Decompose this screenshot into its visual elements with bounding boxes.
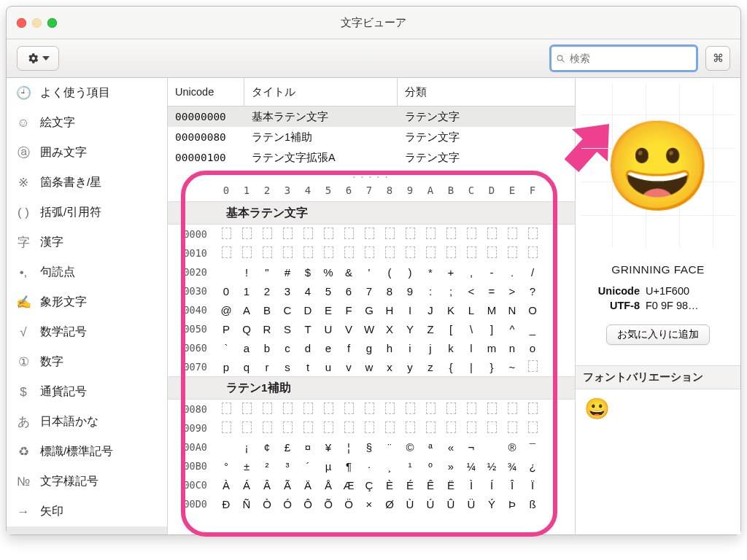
char-cell[interactable]: ­ bbox=[481, 441, 502, 454]
character-grid[interactable]: • • • • •0123456789ABCDEF基本ラテン文字00000010… bbox=[168, 174, 575, 513]
char-cell[interactable]: Û bbox=[441, 498, 461, 510]
char-cell[interactable] bbox=[441, 246, 461, 260]
char-cell[interactable]: ¾ bbox=[502, 460, 522, 472]
font-variation-glyph[interactable]: 😀 bbox=[576, 389, 740, 428]
char-cell[interactable]: ` bbox=[216, 342, 236, 354]
sidebar-item-8[interactable]: √数学記号 bbox=[7, 317, 167, 347]
char-cell[interactable] bbox=[338, 402, 359, 416]
char-cell[interactable] bbox=[420, 246, 441, 260]
char-cell[interactable]: Ú bbox=[420, 498, 441, 510]
char-cell[interactable]: 2 bbox=[257, 285, 277, 298]
char-cell[interactable]: f bbox=[338, 342, 359, 354]
char-cell[interactable]: Ì bbox=[461, 479, 481, 491]
char-cell[interactable] bbox=[236, 228, 257, 241]
char-cell[interactable]: 7 bbox=[359, 285, 379, 298]
char-cell[interactable]: w bbox=[359, 361, 379, 373]
char-cell[interactable]: ² bbox=[257, 460, 277, 472]
char-cell[interactable]: ª bbox=[420, 441, 441, 454]
char-cell[interactable]: Õ bbox=[318, 498, 338, 510]
char-cell[interactable]: È bbox=[379, 479, 400, 491]
char-cell[interactable]: & bbox=[338, 266, 359, 279]
char-cell[interactable]: ¬ bbox=[461, 441, 481, 454]
char-cell[interactable]: / bbox=[522, 266, 543, 279]
char-cell[interactable]: s bbox=[277, 361, 298, 373]
search-input[interactable] bbox=[568, 52, 692, 65]
char-cell[interactable]: ß bbox=[522, 498, 543, 510]
char-cell[interactable]: v bbox=[338, 361, 359, 373]
char-cell[interactable]: ' bbox=[359, 266, 379, 279]
char-cell[interactable]: < bbox=[461, 285, 481, 298]
char-cell[interactable] bbox=[298, 421, 318, 435]
table-row[interactable]: 00000100ラテン文字拡張Aラテン文字 bbox=[168, 147, 575, 168]
char-cell[interactable]: \ bbox=[461, 323, 481, 335]
char-cell[interactable]: p bbox=[216, 361, 236, 373]
char-cell[interactable] bbox=[461, 402, 481, 416]
char-cell[interactable]: 0 bbox=[216, 285, 236, 298]
char-cell[interactable]: H bbox=[379, 304, 400, 316]
char-cell[interactable] bbox=[522, 246, 543, 260]
char-cell[interactable]: Å bbox=[318, 479, 338, 491]
char-cell[interactable]: Ò bbox=[257, 498, 277, 510]
char-cell[interactable] bbox=[481, 246, 502, 260]
sidebar-item-2[interactable]: ⓐ囲み文字 bbox=[7, 138, 167, 168]
char-cell[interactable]: T bbox=[298, 323, 318, 335]
sidebar-item-12[interactable]: ♻標識/標準記号 bbox=[7, 437, 167, 467]
char-cell[interactable]: © bbox=[400, 441, 420, 454]
add-to-favorites-button[interactable]: お気に入りに追加 bbox=[606, 324, 710, 345]
char-cell[interactable]: $ bbox=[298, 266, 318, 279]
char-cell[interactable]: Ç bbox=[359, 479, 379, 491]
char-cell[interactable] bbox=[400, 421, 420, 435]
char-cell[interactable] bbox=[338, 421, 359, 435]
sidebar-item-3[interactable]: ※箇条書き/星 bbox=[7, 168, 167, 198]
char-cell[interactable]: F bbox=[338, 304, 359, 316]
char-cell[interactable]: c bbox=[277, 342, 298, 354]
char-cell[interactable] bbox=[481, 402, 502, 416]
char-cell[interactable] bbox=[216, 228, 236, 241]
char-cell[interactable]: D bbox=[298, 304, 318, 316]
char-cell[interactable]: k bbox=[441, 342, 461, 354]
char-cell[interactable]: r bbox=[257, 361, 277, 373]
char-cell[interactable]: j bbox=[420, 342, 441, 354]
char-cell[interactable]: ° bbox=[216, 460, 236, 472]
char-cell[interactable]: Q bbox=[236, 323, 257, 335]
char-cell[interactable]: 6 bbox=[338, 285, 359, 298]
sidebar-item-10[interactable]: $通貨記号 bbox=[7, 377, 167, 407]
char-cell[interactable]: ^ bbox=[502, 323, 522, 335]
char-cell[interactable]: M bbox=[481, 304, 502, 316]
char-cell[interactable] bbox=[481, 228, 502, 241]
char-cell[interactable]: y bbox=[400, 361, 420, 373]
col-title[interactable]: タイトル bbox=[244, 78, 398, 106]
char-cell[interactable] bbox=[379, 246, 400, 260]
char-cell[interactable]: Ù bbox=[400, 498, 420, 510]
char-cell[interactable]: Â bbox=[257, 479, 277, 491]
char-cell[interactable]: U bbox=[318, 323, 338, 335]
char-cell[interactable] bbox=[379, 421, 400, 435]
char-cell[interactable]: ½ bbox=[481, 460, 502, 472]
char-cell[interactable]: * bbox=[420, 266, 441, 279]
char-cell[interactable]: 9 bbox=[400, 285, 420, 298]
char-cell[interactable]: " bbox=[257, 266, 277, 279]
char-cell[interactable]: = bbox=[481, 285, 502, 298]
char-cell[interactable]: ¢ bbox=[257, 441, 277, 454]
char-cell[interactable]: x bbox=[379, 361, 400, 373]
char-cell[interactable]: B bbox=[257, 304, 277, 316]
char-cell[interactable]: 4 bbox=[298, 285, 318, 298]
char-cell[interactable]: ´ bbox=[298, 460, 318, 472]
char-cell[interactable]: W bbox=[359, 323, 379, 335]
sidebar-item-11[interactable]: あ日本語かな bbox=[7, 407, 167, 437]
char-cell[interactable]: b bbox=[257, 342, 277, 354]
char-cell[interactable]: É bbox=[400, 479, 420, 491]
char-cell[interactable] bbox=[441, 421, 461, 435]
char-cell[interactable]: P bbox=[216, 323, 236, 335]
char-cell[interactable]: ¿ bbox=[522, 460, 543, 472]
char-cell[interactable]: A bbox=[236, 304, 257, 316]
char-cell[interactable]: d bbox=[298, 342, 318, 354]
char-cell[interactable]: ) bbox=[400, 266, 420, 279]
char-cell[interactable] bbox=[277, 402, 298, 416]
char-cell[interactable]: Æ bbox=[338, 479, 359, 491]
char-cell[interactable]: i bbox=[400, 342, 420, 354]
char-cell[interactable] bbox=[298, 228, 318, 241]
char-cell[interactable]: > bbox=[502, 285, 522, 298]
char-cell[interactable] bbox=[216, 246, 236, 260]
sidebar-item-6[interactable]: •,句読点 bbox=[7, 257, 167, 287]
